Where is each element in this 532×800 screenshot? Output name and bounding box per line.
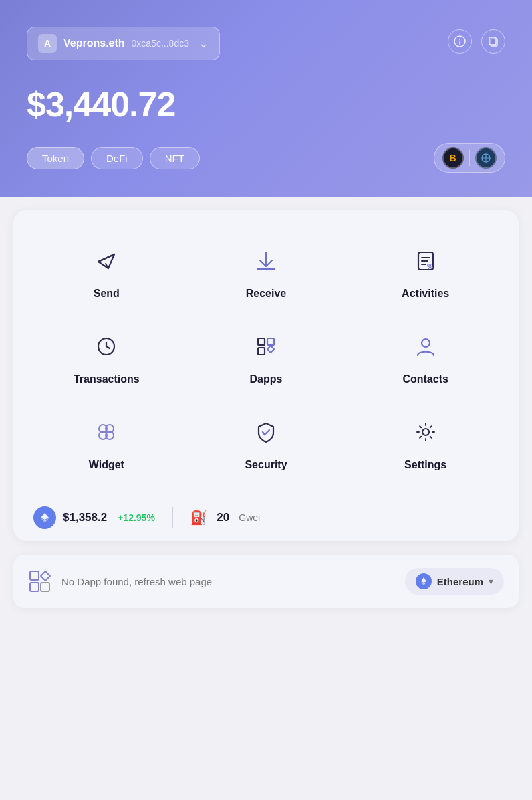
transactions-action[interactable]: Transactions [27, 316, 186, 401]
svg-rect-18 [258, 338, 265, 345]
contacts-action[interactable]: Contacts [346, 316, 505, 401]
svg-rect-20 [258, 348, 265, 355]
ethereum-label: Ethereum [437, 576, 483, 587]
svg-marker-36 [421, 582, 424, 585]
eth-chain-logo [416, 573, 432, 589]
activities-label: Activities [402, 288, 449, 300]
security-label: Security [245, 459, 287, 471]
activities-icon: % [408, 243, 443, 278]
tab-defi[interactable]: DeFi [91, 147, 143, 169]
chain-icons-group[interactable]: B [434, 143, 506, 173]
dapps-bar-icon [28, 569, 52, 593]
gas-value: 20 [217, 511, 229, 524]
receive-action[interactable]: Receive [186, 230, 346, 316]
main-card: Send Receive % [13, 210, 519, 541]
security-icon [249, 415, 283, 449]
dapp-bar: No Dapp found, refresh web page Ethereum… [13, 555, 519, 608]
dapps-action[interactable]: Dapps [186, 316, 346, 401]
svg-marker-35 [424, 582, 426, 585]
svg-point-26 [105, 431, 108, 433]
svg-text:%: % [427, 263, 433, 270]
activities-action[interactable]: % Activities [346, 230, 505, 316]
no-dapp-text: No Dapp found, refresh web page [61, 576, 396, 587]
gas-unit: Gwei [239, 512, 260, 523]
tab-nft[interactable]: NFT [150, 147, 200, 169]
contacts-icon [408, 329, 443, 364]
wallet-avatar: A [38, 34, 57, 53]
info-icon: i [454, 35, 466, 47]
header-icons: i [448, 29, 505, 54]
svg-point-21 [422, 339, 430, 347]
send-icon [89, 243, 124, 278]
send-label: Send [94, 288, 120, 300]
ethereum-chain-button[interactable]: Ethereum ▾ [405, 568, 504, 595]
second-chain-icon [475, 147, 497, 169]
copy-icon [487, 35, 499, 47]
chevron-down-icon[interactable]: ⌄ [198, 36, 209, 51]
svg-rect-19 [267, 338, 274, 345]
copy-button[interactable] [481, 29, 505, 54]
widget-action[interactable]: Widget [27, 401, 186, 487]
receive-label: Receive [246, 288, 287, 300]
settings-label: Settings [404, 459, 446, 471]
address-bar[interactable]: A Veprons.eth 0xca5c...8dc3 ⌄ [27, 27, 220, 60]
transactions-icon [89, 329, 124, 364]
chain-divider [469, 150, 471, 166]
tab-row: Token DeFi NFT B [27, 143, 505, 173]
eth-price: $1,358.2 [63, 511, 107, 524]
transactions-label: Transactions [74, 373, 140, 385]
svg-rect-32 [30, 583, 39, 591]
svg-marker-34 [421, 577, 426, 583]
svg-rect-33 [41, 583, 49, 591]
info-button[interactable]: i [448, 29, 472, 54]
settings-icon [408, 415, 443, 449]
gas-pump-icon: ⛽ [190, 510, 207, 526]
price-bar: $1,358.2 +12.95% ⛽ 20 Gwei [27, 494, 505, 541]
receive-icon [249, 243, 283, 278]
settings-action[interactable]: Settings [346, 401, 505, 487]
eth-logo [33, 506, 56, 529]
widget-label: Widget [89, 459, 124, 471]
actions-grid: Send Receive % [27, 230, 505, 487]
svg-text:i: i [458, 38, 460, 46]
send-action[interactable]: Send [27, 230, 186, 316]
wallet-name: Veprons.eth [63, 37, 125, 49]
dapps-label: Dapps [250, 373, 283, 385]
tab-token[interactable]: Token [27, 147, 84, 169]
balance-display: $3,440.72 [27, 84, 505, 124]
chevron-down-icon: ▾ [489, 576, 493, 587]
svg-marker-6 [98, 254, 114, 268]
eth-change: +12.95% [118, 512, 155, 523]
wallet-address: 0xca5c...8dc3 [132, 38, 189, 49]
svg-rect-31 [30, 571, 39, 580]
hero-section: A Veprons.eth 0xca5c...8dc3 ⌄ i $3,440.7… [0, 0, 532, 197]
svg-line-17 [106, 346, 110, 348]
dapps-icon [249, 329, 283, 364]
contacts-label: Contacts [402, 373, 448, 385]
widget-icon [89, 415, 124, 449]
svg-point-27 [422, 429, 429, 435]
svg-marker-28 [41, 513, 49, 520]
svg-rect-3 [489, 37, 496, 45]
binance-chain-icon: B [442, 147, 464, 169]
security-action[interactable]: Security [186, 401, 346, 487]
price-divider [172, 507, 174, 528]
